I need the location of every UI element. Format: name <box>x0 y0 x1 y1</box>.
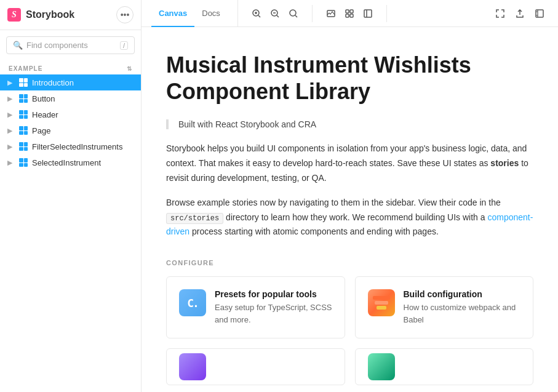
para2-start: Browse example stories now by navigating… <box>166 198 501 207</box>
svg-rect-10 <box>346 10 349 13</box>
configure-section-label: CONFIGURE <box>166 259 533 266</box>
svg-line-8 <box>295 15 297 17</box>
zoom-reset-icon <box>289 9 298 18</box>
nav-section-label: EXAMPLE ⇅ <box>0 60 141 74</box>
sidebar-item-label: Introduction <box>32 78 74 87</box>
para2-end: process starting with atomic components … <box>189 226 439 236</box>
tab-docs[interactable]: Docs <box>194 1 228 27</box>
sidebar-item-header[interactable]: ▶ Header <box>0 106 141 122</box>
view-sidebar-button[interactable] <box>359 5 377 22</box>
collapse-section-icon[interactable]: ⇅ <box>127 65 132 72</box>
fullscreen-button[interactable] <box>492 5 509 22</box>
zoom-out-button[interactable] <box>266 5 284 22</box>
app-title: Storybook <box>26 9 74 20</box>
intro-quote: Built with React Storybook and CRA <box>166 119 533 129</box>
configure-cards-row2 <box>166 348 533 385</box>
sidebar-item-label: Header <box>32 110 58 119</box>
paragraph-1: Storybook helps you build UI components … <box>166 142 533 185</box>
component-icon-button <box>18 94 28 103</box>
toolbar: Canvas Docs <box>141 0 558 27</box>
page-title: Musical Instrument Wishlists Component L… <box>166 52 533 105</box>
presets-card-title: Presets for popular tools <box>215 289 332 299</box>
tab-bar: Canvas Docs <box>151 0 238 26</box>
search-bar[interactable]: 🔍 Find components / <box>6 36 135 54</box>
more-options-button[interactable]: ••• <box>116 6 134 23</box>
build-card-text: Build configuration How to customize web… <box>404 289 521 326</box>
component-icon-page <box>18 126 28 135</box>
partial-card-icon-1 <box>179 353 206 380</box>
sidebar-item-label: Page <box>32 126 50 135</box>
share-icon <box>516 9 524 18</box>
sidebar-layout-icon <box>364 9 372 18</box>
toolbar-zoom-controls <box>248 5 313 22</box>
search-icon: 🔍 <box>13 41 23 50</box>
partial-card-icon-2 <box>368 353 395 380</box>
card-build[interactable]: Build configuration How to customize web… <box>355 276 534 338</box>
expand-icon: ▶ <box>7 79 15 87</box>
sidebar-item-selectedinstrument[interactable]: ▶ SelectedInstrument <box>0 154 141 170</box>
tab-canvas[interactable]: Canvas <box>151 1 194 27</box>
view-image-button[interactable] <box>322 5 340 22</box>
zoom-in-button[interactable] <box>248 5 265 22</box>
code-snippet: src/stories <box>166 213 223 224</box>
sidebar-item-page[interactable]: ▶ Page <box>0 122 141 138</box>
svg-rect-13 <box>350 14 353 17</box>
sidebar-item-label: Button <box>32 94 55 103</box>
nav-section: EXAMPLE ⇅ ▶ Introduction ▶ Button <box>0 60 141 392</box>
expand-icon: ▶ <box>7 127 15 135</box>
zoom-in-icon <box>252 9 261 18</box>
storybook-logo-icon: S <box>7 8 21 22</box>
build-card-title: Build configuration <box>404 289 521 299</box>
grid-icon <box>345 9 354 18</box>
logo-letter: S <box>12 10 17 20</box>
svg-line-6 <box>277 15 279 17</box>
image-icon <box>327 9 335 18</box>
svg-rect-14 <box>364 10 372 17</box>
expand-icon: ▶ <box>7 143 15 151</box>
component-icon-filter <box>18 142 28 151</box>
sidebar-header: S Storybook ••• <box>0 0 141 30</box>
para1-bold: stories <box>490 158 519 168</box>
sidebar-item-button[interactable]: ▶ Button <box>0 90 141 106</box>
zoom-reset-button[interactable] <box>285 5 302 22</box>
presets-card-text: Presets for popular tools Easy setup for… <box>215 289 332 326</box>
share-button[interactable] <box>511 5 528 22</box>
svg-rect-11 <box>350 10 353 13</box>
card-partial-1[interactable] <box>166 348 345 385</box>
expand-icon: ▶ <box>7 95 15 103</box>
view-controls <box>322 5 387 22</box>
card-presets[interactable]: C. Presets for popular tools Easy setup … <box>166 276 345 338</box>
right-controls <box>492 5 548 22</box>
sidebar-item-filterselectedinstruments[interactable]: ▶ FilterSelectedInstruments <box>0 138 141 154</box>
para1-text: Storybook helps you build UI components … <box>166 143 527 168</box>
expand-icon: ▶ <box>7 111 15 119</box>
paragraph-2: Browse example stories now by navigating… <box>166 196 533 239</box>
sidebar-item-label: SelectedInstrument <box>32 158 101 167</box>
search-placeholder: Find components <box>26 41 116 50</box>
svg-line-3 <box>258 15 260 17</box>
presets-card-description: Easy setup for TypeScript, SCSS and more… <box>215 302 332 326</box>
svg-rect-12 <box>346 14 349 17</box>
card-partial-2[interactable] <box>355 348 534 385</box>
component-icon-header <box>18 110 28 119</box>
search-shortcut-key: / <box>120 41 128 50</box>
sidebar-item-introduction[interactable]: ▶ Introduction <box>0 74 141 90</box>
component-icon-introduction <box>18 78 28 87</box>
presets-card-icon: C. <box>179 289 206 316</box>
svg-point-7 <box>290 10 296 16</box>
svg-rect-16 <box>536 10 543 17</box>
expand-icon <box>535 9 544 18</box>
expand-button[interactable] <box>531 5 548 22</box>
main-content: Musical Instrument Wishlists Component L… <box>141 27 558 392</box>
build-card-icon <box>368 289 395 316</box>
sidebar-item-label: FilterSelectedInstruments <box>32 142 122 151</box>
configure-cards-grid: C. Presets for popular tools Easy setup … <box>166 276 533 338</box>
expand-icon: ▶ <box>7 159 15 167</box>
view-grid-button[interactable] <box>341 5 358 22</box>
main-area: Canvas Docs <box>141 0 558 392</box>
sidebar: S Storybook ••• 🔍 Find components / EXAM… <box>0 0 141 392</box>
build-card-description: How to customize webpack and Babel <box>404 302 521 326</box>
logo-area: S Storybook <box>7 8 74 22</box>
layers-icon <box>373 296 390 310</box>
zoom-out-icon <box>271 9 279 18</box>
